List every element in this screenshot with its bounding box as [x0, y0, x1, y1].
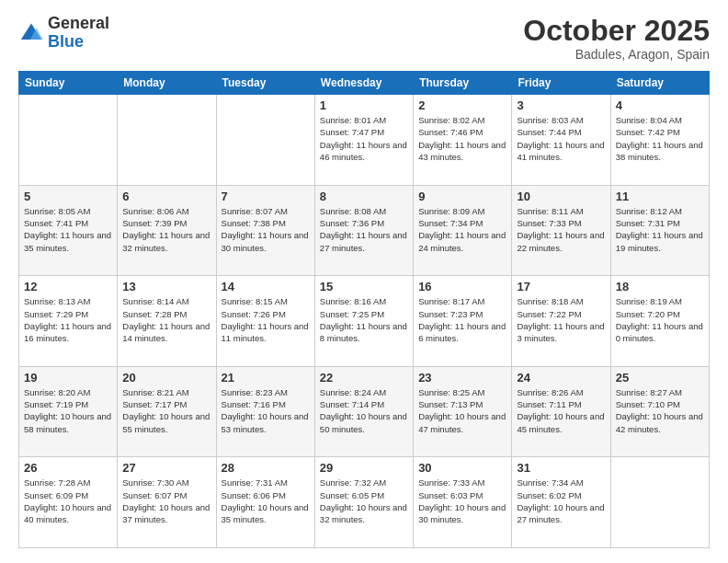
table-row: 11Sunrise: 8:12 AM Sunset: 7:31 PM Dayli…: [610, 185, 709, 276]
header-monday: Monday: [118, 72, 216, 95]
day-number: 25: [616, 371, 704, 385]
day-info: Sunrise: 8:15 AM Sunset: 7:26 PM Dayligh…: [222, 295, 310, 344]
day-info: Sunrise: 7:30 AM Sunset: 6:07 PM Dayligh…: [122, 477, 210, 525]
day-number: 18: [616, 280, 704, 293]
day-number: 22: [320, 371, 408, 385]
table-row: 17Sunrise: 8:18 AM Sunset: 7:22 PM Dayli…: [512, 276, 610, 367]
logo: General Blue: [18, 15, 109, 52]
calendar-week-4: 19Sunrise: 8:20 AM Sunset: 7:19 PM Dayli…: [19, 366, 710, 457]
day-info: Sunrise: 8:11 AM Sunset: 7:33 PM Dayligh…: [517, 205, 605, 254]
day-info: Sunrise: 8:21 AM Sunset: 7:17 PM Dayligh…: [122, 386, 210, 435]
day-number: 19: [24, 371, 112, 385]
weekday-header-row: Sunday Monday Tuesday Wednesday Thursday…: [19, 72, 710, 95]
header: General Blue October 2025 Badules, Arago…: [18, 15, 710, 62]
day-info: Sunrise: 7:31 AM Sunset: 6:06 PM Dayligh…: [222, 477, 310, 525]
day-info: Sunrise: 8:23 AM Sunset: 7:16 PM Dayligh…: [222, 386, 310, 435]
table-row: [19, 95, 118, 186]
day-number: 4: [616, 98, 704, 112]
day-info: Sunrise: 8:24 AM Sunset: 7:14 PM Dayligh…: [320, 386, 408, 435]
table-row: 26Sunrise: 7:28 AM Sunset: 6:09 PM Dayli…: [19, 457, 118, 548]
day-number: 13: [122, 280, 210, 293]
table-row: 31Sunrise: 7:34 AM Sunset: 6:02 PM Dayli…: [512, 457, 610, 548]
day-number: 31: [517, 461, 605, 475]
day-info: Sunrise: 8:01 AM Sunset: 7:47 PM Dayligh…: [320, 114, 408, 163]
day-info: Sunrise: 8:20 AM Sunset: 7:19 PM Dayligh…: [24, 386, 112, 435]
table-row: 2Sunrise: 8:02 AM Sunset: 7:46 PM Daylig…: [414, 95, 512, 186]
calendar-week-2: 5Sunrise: 8:05 AM Sunset: 7:41 PM Daylig…: [19, 185, 710, 276]
day-number: 11: [616, 190, 704, 203]
day-info: Sunrise: 7:34 AM Sunset: 6:02 PM Dayligh…: [517, 477, 605, 525]
day-info: Sunrise: 8:17 AM Sunset: 7:23 PM Dayligh…: [418, 295, 506, 344]
day-info: Sunrise: 7:28 AM Sunset: 6:09 PM Dayligh…: [24, 477, 112, 525]
day-info: Sunrise: 8:14 AM Sunset: 7:28 PM Dayligh…: [122, 295, 210, 344]
day-info: Sunrise: 8:09 AM Sunset: 7:34 PM Dayligh…: [418, 205, 506, 254]
table-row: 1Sunrise: 8:01 AM Sunset: 7:47 PM Daylig…: [314, 95, 413, 186]
day-info: Sunrise: 8:18 AM Sunset: 7:22 PM Dayligh…: [517, 295, 605, 344]
day-number: 8: [320, 190, 408, 203]
day-number: 24: [517, 371, 605, 385]
header-friday: Friday: [512, 72, 610, 95]
day-info: Sunrise: 8:16 AM Sunset: 7:25 PM Dayligh…: [320, 295, 408, 344]
day-number: 21: [222, 371, 310, 385]
table-row: 5Sunrise: 8:05 AM Sunset: 7:41 PM Daylig…: [19, 185, 118, 276]
calendar-title: October 2025: [523, 15, 710, 47]
day-info: Sunrise: 8:05 AM Sunset: 7:41 PM Dayligh…: [24, 205, 112, 254]
day-number: 1: [320, 98, 408, 112]
day-info: Sunrise: 8:27 AM Sunset: 7:10 PM Dayligh…: [616, 386, 704, 435]
logo-general: General: [48, 14, 109, 32]
table-row: 27Sunrise: 7:30 AM Sunset: 6:07 PM Dayli…: [118, 457, 216, 548]
day-number: 2: [418, 98, 506, 112]
day-number: 15: [320, 280, 408, 293]
day-info: Sunrise: 8:03 AM Sunset: 7:44 PM Dayligh…: [517, 114, 605, 163]
table-row: 24Sunrise: 8:26 AM Sunset: 7:11 PM Dayli…: [512, 366, 610, 457]
day-number: 29: [320, 461, 408, 475]
header-tuesday: Tuesday: [216, 72, 314, 95]
day-info: Sunrise: 7:33 AM Sunset: 6:03 PM Dayligh…: [418, 477, 506, 525]
day-info: Sunrise: 8:08 AM Sunset: 7:36 PM Dayligh…: [320, 205, 408, 254]
day-number: 7: [222, 190, 310, 203]
table-row: 18Sunrise: 8:19 AM Sunset: 7:20 PM Dayli…: [610, 276, 709, 367]
day-info: Sunrise: 8:07 AM Sunset: 7:38 PM Dayligh…: [222, 205, 310, 254]
title-block: October 2025 Badules, Aragon, Spain: [523, 15, 710, 62]
calendar-week-1: 1Sunrise: 8:01 AM Sunset: 7:47 PM Daylig…: [19, 95, 710, 186]
day-info: Sunrise: 8:06 AM Sunset: 7:39 PM Dayligh…: [122, 205, 210, 254]
day-number: 9: [418, 190, 506, 203]
table-row: 10Sunrise: 8:11 AM Sunset: 7:33 PM Dayli…: [512, 185, 610, 276]
table-row: 3Sunrise: 8:03 AM Sunset: 7:44 PM Daylig…: [512, 95, 610, 186]
day-number: 26: [24, 461, 112, 475]
table-row: 23Sunrise: 8:25 AM Sunset: 7:13 PM Dayli…: [414, 366, 512, 457]
day-number: 5: [24, 190, 112, 203]
table-row: 19Sunrise: 8:20 AM Sunset: 7:19 PM Dayli…: [19, 366, 118, 457]
day-number: 12: [24, 280, 112, 293]
table-row: 12Sunrise: 8:13 AM Sunset: 7:29 PM Dayli…: [19, 276, 118, 367]
table-row: 15Sunrise: 8:16 AM Sunset: 7:25 PM Dayli…: [314, 276, 413, 367]
day-info: Sunrise: 8:12 AM Sunset: 7:31 PM Dayligh…: [616, 205, 704, 254]
day-info: Sunrise: 8:26 AM Sunset: 7:11 PM Dayligh…: [517, 386, 605, 435]
header-thursday: Thursday: [414, 72, 512, 95]
table-row: 13Sunrise: 8:14 AM Sunset: 7:28 PM Dayli…: [118, 276, 216, 367]
calendar-subtitle: Badules, Aragon, Spain: [523, 47, 710, 62]
table-row: 30Sunrise: 7:33 AM Sunset: 6:03 PM Dayli…: [414, 457, 512, 548]
day-info: Sunrise: 8:19 AM Sunset: 7:20 PM Dayligh…: [616, 295, 704, 344]
day-number: 20: [122, 371, 210, 385]
logo-icon: [18, 20, 44, 46]
table-row: 29Sunrise: 7:32 AM Sunset: 6:05 PM Dayli…: [314, 457, 413, 548]
logo-text: General Blue: [48, 15, 109, 52]
table-row: 4Sunrise: 8:04 AM Sunset: 7:42 PM Daylig…: [610, 95, 709, 186]
table-row: 25Sunrise: 8:27 AM Sunset: 7:10 PM Dayli…: [610, 366, 709, 457]
table-row: [216, 95, 314, 186]
table-row: 9Sunrise: 8:09 AM Sunset: 7:34 PM Daylig…: [414, 185, 512, 276]
day-info: Sunrise: 8:25 AM Sunset: 7:13 PM Dayligh…: [418, 386, 506, 435]
table-row: 16Sunrise: 8:17 AM Sunset: 7:23 PM Dayli…: [414, 276, 512, 367]
table-row: 28Sunrise: 7:31 AM Sunset: 6:06 PM Dayli…: [216, 457, 314, 548]
table-row: [610, 457, 709, 548]
day-number: 23: [418, 371, 506, 385]
table-row: 6Sunrise: 8:06 AM Sunset: 7:39 PM Daylig…: [118, 185, 216, 276]
header-wednesday: Wednesday: [314, 72, 413, 95]
table-row: 7Sunrise: 8:07 AM Sunset: 7:38 PM Daylig…: [216, 185, 314, 276]
day-number: 10: [517, 190, 605, 203]
header-saturday: Saturday: [610, 72, 709, 95]
day-number: 28: [222, 461, 310, 475]
day-number: 14: [222, 280, 310, 293]
table-row: 14Sunrise: 8:15 AM Sunset: 7:26 PM Dayli…: [216, 276, 314, 367]
